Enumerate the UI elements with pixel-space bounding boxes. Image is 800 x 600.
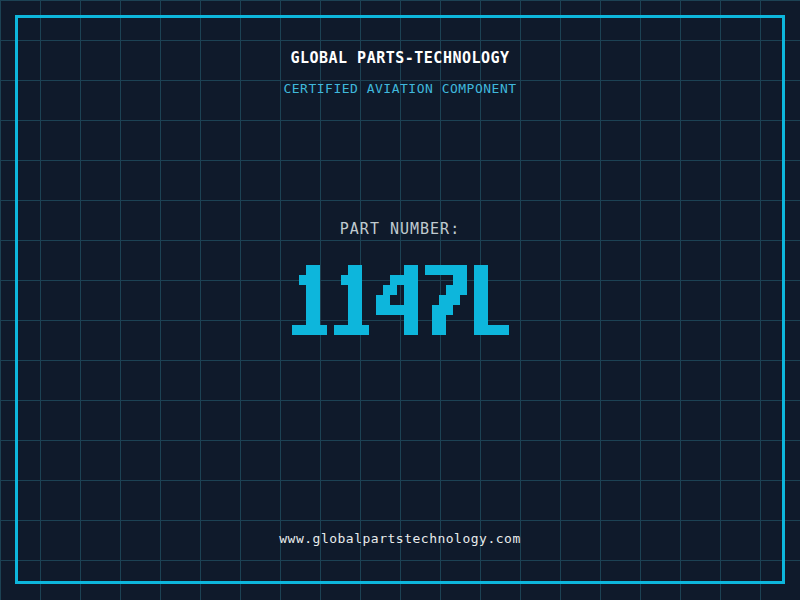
certification-subtitle: CERTIFIED AVIATION COMPONENT [0,81,800,96]
website-url: www.globalpartstechnology.com [0,531,800,546]
part-number-label: PART NUMBER: [0,220,800,238]
part-number-value [0,265,800,335]
certificate-page: GLOBAL PARTS-TECHNOLOGY CERTIFIED AVIATI… [0,0,800,600]
part-number-pixel-digits [292,265,509,335]
company-title: GLOBAL PARTS-TECHNOLOGY [0,49,800,67]
